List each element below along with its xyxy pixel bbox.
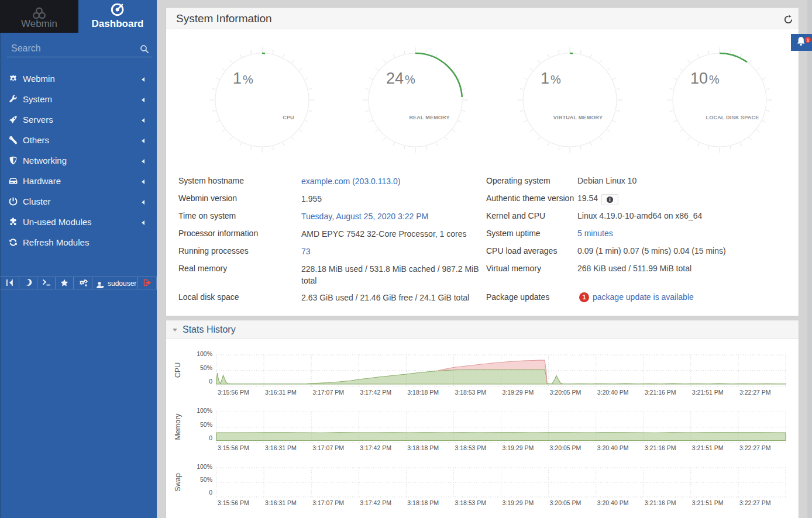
svg-text:3:20:05 PM: 3:20:05 PM: [550, 444, 582, 451]
svg-text:3:20:40 PM: 3:20:40 PM: [597, 389, 629, 396]
svg-text:3:17:07 PM: 3:17:07 PM: [312, 499, 344, 506]
svg-text:3:21:51 PM: 3:21:51 PM: [692, 444, 724, 451]
svg-text:0: 0: [209, 434, 212, 441]
svg-text:1: 1: [807, 37, 810, 43]
svg-text:3:17:42 PM: 3:17:42 PM: [360, 499, 391, 506]
svg-text:50%: 50%: [200, 364, 212, 371]
svg-text:3:18:18 PM: 3:18:18 PM: [407, 389, 439, 396]
svg-text:100%: 100%: [197, 463, 212, 470]
svg-text:LOCAL DISK SPACE: LOCAL DISK SPACE: [706, 115, 759, 120]
svg-text:VIRTUAL MEMORY: VIRTUAL MEMORY: [553, 115, 603, 120]
svg-text:3:18:53 PM: 3:18:53 PM: [455, 444, 486, 451]
svg-text:Memory: Memory: [174, 413, 182, 440]
svg-text:1%: 1%: [233, 70, 253, 87]
svg-text:0: 0: [209, 489, 212, 496]
svg-text:REAL MEMORY: REAL MEMORY: [409, 115, 449, 120]
svg-text:3:22:27 PM: 3:22:27 PM: [739, 389, 771, 396]
svg-text:3:20:40 PM: 3:20:40 PM: [597, 444, 629, 451]
svg-text:3:15:56 PM: 3:15:56 PM: [218, 389, 249, 396]
svg-text:10%: 10%: [690, 70, 720, 87]
svg-text:0: 0: [209, 378, 212, 385]
svg-text:100%: 100%: [197, 350, 212, 357]
svg-text:3:22:27 PM: 3:22:27 PM: [739, 444, 771, 451]
svg-text:3:18:18 PM: 3:18:18 PM: [407, 444, 439, 451]
svg-text:50%: 50%: [200, 421, 212, 428]
svg-text:3:20:05 PM: 3:20:05 PM: [550, 389, 582, 396]
svg-text:Swap: Swap: [174, 473, 182, 491]
svg-text:24%: 24%: [386, 70, 415, 87]
svg-text:CPU: CPU: [283, 115, 294, 120]
svg-text:100%: 100%: [197, 407, 212, 414]
svg-text:3:19:29 PM: 3:19:29 PM: [503, 444, 534, 451]
svg-text:3:17:07 PM: 3:17:07 PM: [312, 444, 344, 451]
svg-text:3:17:42 PM: 3:17:42 PM: [360, 444, 391, 451]
svg-text:3:19:29 PM: 3:19:29 PM: [503, 499, 534, 506]
svg-text:50%: 50%: [200, 476, 212, 483]
svg-text:3:17:07 PM: 3:17:07 PM: [312, 389, 344, 396]
svg-text:3:18:53 PM: 3:18:53 PM: [455, 389, 486, 396]
svg-text:3:18:53 PM: 3:18:53 PM: [455, 499, 486, 506]
svg-text:3:15:56 PM: 3:15:56 PM: [218, 444, 249, 451]
svg-text:3:21:51 PM: 3:21:51 PM: [692, 389, 724, 396]
svg-text:CPU: CPU: [174, 362, 182, 378]
svg-text:1%: 1%: [541, 70, 561, 87]
svg-text:3:21:51 PM: 3:21:51 PM: [692, 499, 724, 506]
svg-text:3:15:56 PM: 3:15:56 PM: [218, 499, 249, 506]
svg-text:3:18:18 PM: 3:18:18 PM: [407, 499, 439, 506]
svg-text:3:20:05 PM: 3:20:05 PM: [550, 499, 582, 506]
svg-text:3:16:31 PM: 3:16:31 PM: [265, 444, 297, 451]
svg-text:3:19:29 PM: 3:19:29 PM: [503, 389, 534, 396]
svg-text:3:21:16 PM: 3:21:16 PM: [645, 389, 676, 396]
svg-text:3:20:40 PM: 3:20:40 PM: [597, 499, 629, 506]
svg-text:3:16:31 PM: 3:16:31 PM: [265, 389, 297, 396]
svg-text:3:21:16 PM: 3:21:16 PM: [645, 444, 676, 451]
svg-text:3:16:31 PM: 3:16:31 PM: [265, 499, 297, 506]
svg-text:3:22:27 PM: 3:22:27 PM: [739, 499, 771, 506]
svg-text:3:17:42 PM: 3:17:42 PM: [360, 389, 391, 396]
svg-text:3:21:16 PM: 3:21:16 PM: [645, 499, 676, 506]
